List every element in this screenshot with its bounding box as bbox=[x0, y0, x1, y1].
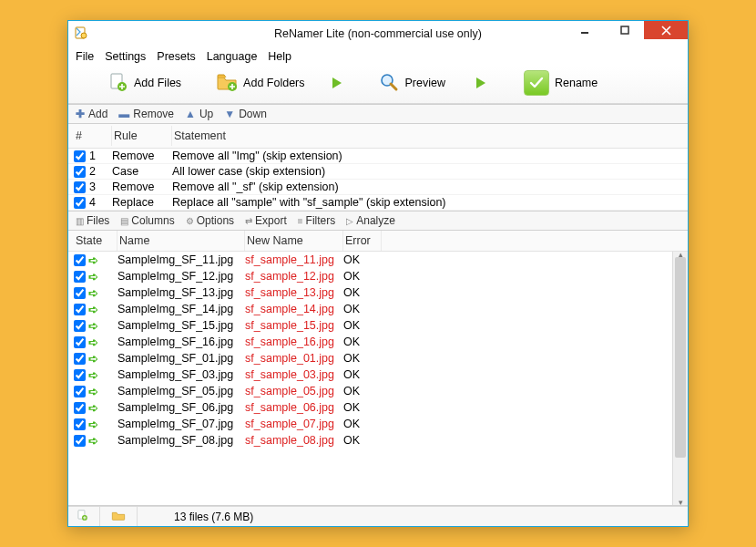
file-row[interactable]: ➪SampleImg_SF_03.jpgsf_sample_03.jpgOK bbox=[68, 366, 672, 383]
export-menu[interactable]: ⇄Export bbox=[245, 214, 287, 227]
rules-list: 1RemoveRemove all "Img" (skip extension)… bbox=[68, 149, 688, 211]
minus-icon: ▬ bbox=[118, 108, 129, 120]
rule-row[interactable]: 3RemoveRemove all "_sf" (skip extension) bbox=[68, 180, 688, 195]
svg-rect-2 bbox=[581, 32, 588, 34]
file-error: OK bbox=[343, 418, 382, 430]
filters-menu[interactable]: ≡Filters bbox=[298, 214, 336, 227]
file-checkbox[interactable] bbox=[74, 369, 86, 381]
minimize-button[interactable] bbox=[564, 21, 604, 39]
file-checkbox[interactable] bbox=[74, 271, 86, 283]
rule-remove-button[interactable]: ▬ Remove bbox=[118, 108, 174, 120]
col-error[interactable]: Error bbox=[343, 231, 382, 251]
col-rule[interactable]: Rule bbox=[112, 126, 172, 146]
analyze-menu[interactable]: ▷Analyze bbox=[346, 214, 395, 227]
file-checkbox[interactable] bbox=[74, 353, 86, 365]
arrow-right-icon: ➪ bbox=[88, 401, 98, 415]
files-menu[interactable]: ▥Files bbox=[76, 214, 109, 227]
file-name: SampleImg_SF_14.jpg bbox=[117, 303, 245, 315]
arrow-right-icon: ➪ bbox=[88, 286, 98, 300]
file-error: OK bbox=[343, 434, 382, 447]
columns-label: Columns bbox=[131, 214, 174, 227]
file-checkbox[interactable] bbox=[74, 418, 86, 430]
rule-row[interactable]: 1RemoveRemove all "Img" (skip extension) bbox=[68, 149, 688, 164]
rule-remove-label: Remove bbox=[133, 108, 174, 120]
scroll-down-icon[interactable]: ▾ bbox=[673, 498, 688, 507]
file-checkbox[interactable] bbox=[74, 336, 86, 348]
rule-up-button[interactable]: ▲ Up bbox=[185, 108, 213, 120]
rule-row[interactable]: 4ReplaceReplace all "sample" with "sf_sa… bbox=[68, 195, 688, 211]
file-add-icon bbox=[107, 71, 128, 96]
file-name: SampleImg_SF_08.jpg bbox=[117, 434, 245, 447]
menu-presets[interactable]: Presets bbox=[157, 50, 195, 63]
arrow-right-icon: ➪ bbox=[88, 368, 98, 382]
file-row[interactable]: ➪SampleImg_SF_14.jpgsf_sample_14.jpgOK bbox=[68, 301, 672, 317]
file-name: SampleImg_SF_12.jpg bbox=[117, 270, 245, 283]
file-row[interactable]: ➪SampleImg_SF_12.jpgsf_sample_12.jpgOK bbox=[68, 268, 672, 284]
file-row[interactable]: ➪SampleImg_SF_06.jpgsf_sample_06.jpgOK bbox=[68, 399, 672, 416]
file-row[interactable]: ➪SampleImg_SF_08.jpgsf_sample_08.jpgOK bbox=[68, 432, 672, 449]
rule-add-button[interactable]: ✚ Add bbox=[76, 108, 107, 120]
files-label: Files bbox=[87, 214, 109, 227]
file-checkbox[interactable] bbox=[74, 320, 86, 332]
file-checkbox[interactable] bbox=[74, 435, 86, 447]
file-row[interactable]: ➪SampleImg_SF_07.jpgsf_sample_07.jpgOK bbox=[68, 416, 672, 432]
file-row[interactable]: ➪SampleImg_SF_01.jpgsf_sample_01.jpgOK bbox=[68, 350, 672, 366]
files-header: State Name New Name Error bbox=[68, 231, 688, 252]
analyze-label: Analyze bbox=[356, 214, 395, 227]
file-row[interactable]: ➪SampleImg_SF_16.jpgsf_sample_16.jpgOK bbox=[68, 334, 672, 350]
rule-checkbox[interactable] bbox=[74, 150, 86, 162]
file-row[interactable]: ➪SampleImg_SF_15.jpgsf_sample_15.jpgOK bbox=[68, 317, 672, 334]
rule-number: 3 bbox=[89, 181, 96, 193]
scroll-thumb[interactable] bbox=[675, 257, 686, 458]
col-spacer bbox=[382, 237, 682, 244]
title-bar[interactable]: ReNamer Lite (non-commercial use only) bbox=[68, 21, 688, 46]
file-newname: sf_sample_15.jpg bbox=[245, 319, 343, 332]
vertical-scrollbar[interactable]: ▴ ▾ bbox=[672, 252, 688, 505]
add-folders-button[interactable]: Add Folders bbox=[216, 71, 304, 96]
file-name: SampleImg_SF_01.jpg bbox=[117, 352, 245, 365]
file-newname: sf_sample_01.jpg bbox=[245, 352, 343, 365]
file-row[interactable]: ➪SampleImg_SF_05.jpgsf_sample_05.jpgOK bbox=[68, 383, 672, 399]
options-label: Options bbox=[197, 214, 234, 227]
file-name: SampleImg_SF_15.jpg bbox=[117, 319, 245, 332]
file-checkbox[interactable] bbox=[74, 402, 86, 414]
status-add-file[interactable] bbox=[76, 507, 100, 526]
menu-language[interactable]: Language bbox=[207, 50, 258, 63]
analyze-icon: ▷ bbox=[346, 216, 353, 226]
col-state[interactable]: State bbox=[74, 231, 117, 251]
options-menu[interactable]: ⚙Options bbox=[186, 214, 234, 227]
file-name: SampleImg_SF_06.jpg bbox=[117, 401, 245, 414]
file-checkbox[interactable] bbox=[74, 254, 86, 266]
preview-button[interactable]: Preview bbox=[378, 71, 445, 96]
close-button[interactable] bbox=[644, 21, 688, 39]
rule-checkbox[interactable] bbox=[74, 166, 86, 178]
rule-checkbox[interactable] bbox=[74, 197, 86, 209]
file-error: OK bbox=[343, 335, 382, 348]
columns-menu[interactable]: ▤Columns bbox=[120, 214, 174, 227]
rule-checkbox[interactable] bbox=[74, 181, 86, 193]
rule-row[interactable]: 2CaseAll lower case (skip extension) bbox=[68, 164, 688, 180]
maximize-button[interactable] bbox=[604, 21, 644, 39]
arrow-right-icon: ➪ bbox=[88, 385, 98, 398]
app-icon bbox=[74, 26, 88, 43]
menu-file[interactable]: File bbox=[76, 50, 94, 63]
add-files-button[interactable]: Add Files bbox=[107, 71, 181, 96]
menu-help[interactable]: Help bbox=[268, 50, 291, 63]
rules-header: # Rule Statement bbox=[68, 124, 688, 149]
col-stmt[interactable]: Statement bbox=[172, 126, 682, 146]
file-checkbox[interactable] bbox=[74, 287, 86, 299]
file-checkbox[interactable] bbox=[74, 304, 86, 315]
menu-settings[interactable]: Settings bbox=[105, 50, 146, 63]
add-folders-label: Add Folders bbox=[243, 77, 304, 89]
file-checkbox[interactable] bbox=[74, 386, 86, 397]
rule-down-button[interactable]: ▼ Down bbox=[224, 108, 267, 120]
file-row[interactable]: ➪SampleImg_SF_11.jpgsf_sample_11.jpgOK bbox=[68, 252, 672, 268]
status-add-folder[interactable] bbox=[111, 507, 138, 526]
file-row[interactable]: ➪SampleImg_SF_13.jpgsf_sample_13.jpgOK bbox=[68, 284, 672, 301]
col-num[interactable]: # bbox=[74, 126, 112, 146]
col-name[interactable]: Name bbox=[117, 231, 245, 251]
col-newname[interactable]: New Name bbox=[245, 231, 343, 251]
files-list[interactable]: ➪SampleImg_SF_11.jpgsf_sample_11.jpgOK➪S… bbox=[68, 252, 672, 505]
rename-button[interactable]: Rename bbox=[524, 70, 598, 96]
file-name: SampleImg_SF_03.jpg bbox=[117, 368, 245, 381]
